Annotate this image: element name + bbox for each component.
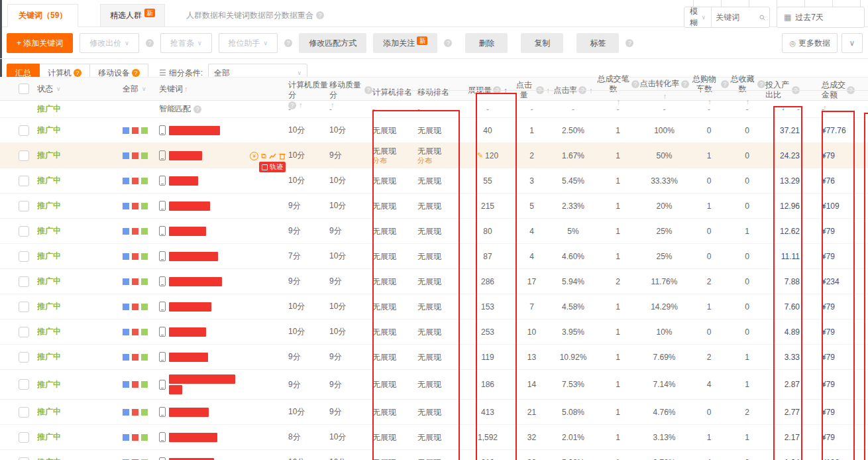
keyword-redacted[interactable] xyxy=(169,374,235,384)
grab-top-dropdown[interactable]: 抢首条 xyxy=(160,33,212,53)
row-checkbox[interactable] xyxy=(19,327,29,337)
keyword-redacted-line2[interactable] xyxy=(169,385,182,394)
help-icon[interactable] xyxy=(681,80,689,88)
pc-indicator-square xyxy=(123,228,129,235)
row-checkbox[interactable] xyxy=(19,302,29,312)
table-row: 推广中 10分 9分 无展现 无展现 413 21 5. xyxy=(0,400,868,425)
pc-indicator-square xyxy=(123,253,129,260)
sort-up-icon[interactable]: ↑ xyxy=(746,97,750,107)
keyword-redacted[interactable] xyxy=(169,252,218,261)
adjust-bid-icon[interactable] xyxy=(250,152,258,160)
help-icon[interactable] xyxy=(444,39,452,47)
row-checkbox[interactable] xyxy=(19,226,29,237)
keyword-redacted[interactable] xyxy=(169,227,206,236)
keyword-redacted[interactable] xyxy=(169,458,214,460)
column-header-pc-rank[interactable]: 计算机排名 xyxy=(372,78,417,100)
modify-bid-dropdown[interactable]: 修改出价 xyxy=(80,33,139,53)
help-icon[interactable] xyxy=(631,80,639,88)
keyword-redacted[interactable] xyxy=(169,302,211,312)
tab-audience[interactable]: 精选人群 新 xyxy=(100,4,165,27)
keyword-redacted[interactable] xyxy=(169,126,220,135)
column-header-pc-quality[interactable]: 计算机质量分 ↑ xyxy=(288,78,329,100)
column-header-status[interactable]: 状态 xyxy=(37,78,123,100)
sort-up-icon[interactable]: ↑ xyxy=(617,97,621,107)
copy-icon[interactable] xyxy=(261,152,266,160)
date-range-picker[interactable]: 过去7天 xyxy=(777,7,865,28)
help-icon[interactable] xyxy=(284,39,292,47)
sort-up-icon[interactable]: ↑ xyxy=(331,100,335,110)
row-checkbox[interactable] xyxy=(19,352,29,363)
mobile-rank-distribution-link[interactable]: 分布 xyxy=(417,156,432,165)
help-icon[interactable] xyxy=(146,39,154,47)
more-data-button[interactable]: 更多数据 xyxy=(782,33,838,53)
keyword-redacted[interactable] xyxy=(169,353,208,362)
row-checkbox[interactable] xyxy=(19,251,29,262)
search-icon[interactable] xyxy=(759,13,765,22)
sort-up-icon[interactable]: ↑ xyxy=(184,85,188,93)
chart-icon[interactable] xyxy=(269,152,276,160)
column-header-ctr[interactable]: 点击率↑ xyxy=(550,78,596,100)
keyword-cell xyxy=(159,374,288,394)
row-checkbox[interactable] xyxy=(19,457,29,460)
keyword-redacted[interactable] xyxy=(169,201,210,211)
pc-rank-distribution-link[interactable]: 分布 xyxy=(372,156,387,165)
tab-keywords[interactable]: 关键词（59） xyxy=(7,4,78,27)
ctr-value: 5.90% xyxy=(562,458,584,460)
keyword-redacted[interactable] xyxy=(169,277,222,286)
column-header-orders[interactable]: 总成交笔数 ↑ xyxy=(596,78,639,100)
sort-up-icon[interactable]: ↑ xyxy=(708,97,712,107)
keyword-redacted[interactable] xyxy=(169,151,202,160)
column-header-mobile-quality[interactable]: 移动质量分 ↑ xyxy=(329,78,372,100)
help-icon[interactable] xyxy=(288,101,296,109)
column-header-favorites[interactable]: 总收藏数 ↑ xyxy=(729,78,765,100)
help-icon[interactable] xyxy=(193,105,201,113)
help-icon[interactable] xyxy=(316,11,324,19)
row-checkbox[interactable] xyxy=(19,432,29,443)
sort-up-icon[interactable]: ↑ xyxy=(823,103,827,113)
modify-match-button[interactable]: 修改匹配方式 xyxy=(299,33,366,53)
row-checkbox[interactable] xyxy=(19,276,29,287)
search-input[interactable] xyxy=(712,13,759,22)
help-icon[interactable] xyxy=(132,69,140,77)
delete-button[interactable]: 删除 xyxy=(465,33,508,53)
column-header-roi[interactable]: 投入产出比 ↓ xyxy=(765,78,805,100)
keyword-redacted[interactable] xyxy=(169,408,209,417)
help-icon[interactable] xyxy=(74,69,81,77)
edit-pencil-icon[interactable]: ✎ xyxy=(477,151,483,160)
column-header-all[interactable]: 全部 xyxy=(123,78,159,100)
column-header-cvr[interactable]: 点击转化率 ↑ xyxy=(639,78,689,100)
row-checkbox[interactable] xyxy=(19,201,29,211)
row-checkbox[interactable] xyxy=(19,150,29,161)
help-icon[interactable] xyxy=(721,80,729,88)
delete-icon[interactable] xyxy=(279,152,286,160)
collapse-button[interactable]: ∨ xyxy=(841,33,863,53)
column-header-clicks[interactable]: 点击量↑ xyxy=(514,78,550,100)
select-all-checkbox[interactable] xyxy=(19,84,29,94)
fuzzy-dropdown[interactable]: 模糊 xyxy=(684,7,712,27)
column-header-mobile-rank[interactable]: 移动排名 xyxy=(417,78,462,100)
row-checkbox[interactable] xyxy=(19,379,29,390)
row-checkbox[interactable] xyxy=(19,176,29,186)
column-header-keyword[interactable]: 关键词↑ xyxy=(159,78,288,100)
column-header-carts[interactable]: 总购物车数 ↑ xyxy=(689,78,729,100)
mobile-phone-icon xyxy=(159,380,166,390)
column-header-amount[interactable]: 总成交金额 ↑ xyxy=(805,78,855,100)
keyword-redacted[interactable] xyxy=(169,176,198,186)
help-icon[interactable] xyxy=(364,86,372,94)
row-checkbox[interactable] xyxy=(19,125,29,136)
copy-button[interactable]: 复制 xyxy=(521,33,563,53)
help-icon[interactable] xyxy=(757,80,765,88)
add-keyword-button[interactable]: + 添加关键词 xyxy=(7,33,73,53)
row-checkbox[interactable] xyxy=(19,407,29,418)
keyword-redacted[interactable] xyxy=(169,433,217,442)
keyword-redacted[interactable] xyxy=(169,327,206,337)
help-icon[interactable] xyxy=(625,39,633,47)
add-watch-button[interactable]: 添加关注 新 xyxy=(373,33,437,53)
sort-up-icon[interactable]: ↑ xyxy=(663,91,667,101)
column-header-impressions[interactable]: 展现量↑ xyxy=(462,78,514,100)
position-assist-dropdown[interactable]: 抢位助手 xyxy=(219,33,278,53)
sort-down-icon[interactable]: ↓ xyxy=(781,103,785,113)
tag-button[interactable]: 标签 xyxy=(576,33,619,53)
sort-up-icon[interactable]: ↑ xyxy=(299,100,303,110)
trajectory-badge[interactable]: 轨迹 xyxy=(259,162,286,172)
